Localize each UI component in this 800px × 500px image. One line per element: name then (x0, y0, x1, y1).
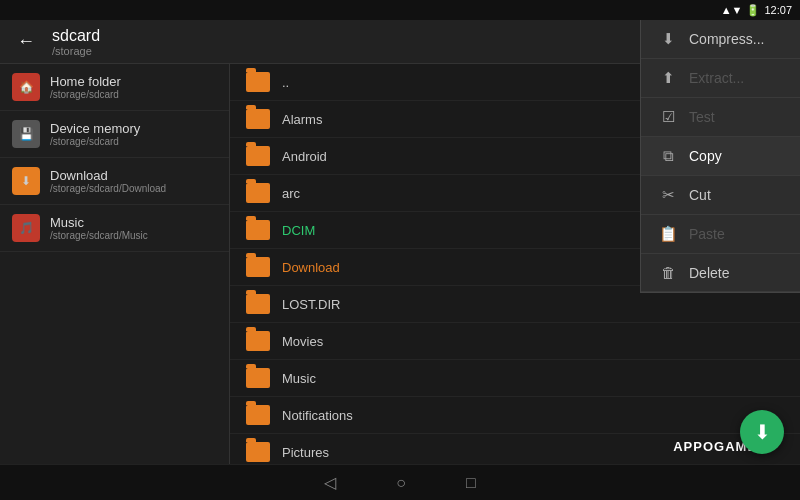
menu-item-paste: 📋 Paste (641, 215, 800, 254)
back-button[interactable]: ← (8, 24, 44, 60)
nav-bar: ◁ ○ □ (0, 464, 800, 500)
file-name-0: .. (282, 75, 289, 90)
sidebar-icon-3: 🎵 (12, 214, 40, 242)
sidebar-icon-0: 🏠 (12, 73, 40, 101)
file-item-9[interactable]: Notifications (230, 397, 800, 434)
nav-home-button[interactable]: ○ (396, 474, 406, 492)
menu-item-extract...: ⬆ Extract... (641, 59, 800, 98)
file-name-9: Notifications (282, 408, 353, 423)
folder-icon-10 (246, 442, 270, 462)
sidebar-text-0: Home folder /storage/sdcard (50, 74, 121, 100)
status-bar: ▲▼ 🔋 12:07 (0, 0, 800, 20)
menu-icon-4: ✂ (657, 186, 679, 204)
sidebar: 🏠 Home folder /storage/sdcard 💾 Device m… (0, 64, 230, 464)
menu-icon-1: ⬆ (657, 69, 679, 87)
menu-item-cut[interactable]: ✂ Cut (641, 176, 800, 215)
file-name-5: Download (282, 260, 340, 275)
title-area: sdcard /storage (52, 27, 692, 57)
battery-icon: 🔋 (746, 4, 760, 17)
folder-icon-8 (246, 368, 270, 388)
sidebar-icon-1: 💾 (12, 120, 40, 148)
folder-icon-6 (246, 294, 270, 314)
wifi-icon: ▲▼ (721, 4, 743, 16)
folder-icon-2 (246, 146, 270, 166)
folder-icon-0 (246, 72, 270, 92)
menu-item-copy[interactable]: ⧉ Copy (641, 137, 800, 176)
file-item-8[interactable]: Music (230, 360, 800, 397)
file-name-8: Music (282, 371, 316, 386)
folder-icon-9 (246, 405, 270, 425)
folder-icon-5 (246, 257, 270, 277)
menu-label-0: Compress... (689, 31, 764, 47)
menu-item-test: ☑ Test (641, 98, 800, 137)
file-name-3: arc (282, 186, 300, 201)
menu-item-delete[interactable]: 🗑 Delete (641, 254, 800, 292)
nav-back-button[interactable]: ◁ (324, 473, 336, 492)
menu-label-1: Extract... (689, 70, 744, 86)
sidebar-item-2[interactable]: ⬇ Download /storage/sdcard/Download (0, 158, 229, 205)
menu-icon-3: ⧉ (657, 147, 679, 165)
file-name-7: Movies (282, 334, 323, 349)
folder-icon-1 (246, 109, 270, 129)
menu-icon-0: ⬇ (657, 30, 679, 48)
file-item-10[interactable]: Pictures (230, 434, 800, 464)
sidebar-icon-2: ⬇ (12, 167, 40, 195)
menu-icon-5: 📋 (657, 225, 679, 243)
menu-label-6: Delete (689, 265, 729, 281)
menu-label-5: Paste (689, 226, 725, 242)
file-name-10: Pictures (282, 445, 329, 460)
back-icon: ← (17, 31, 35, 52)
status-icons: ▲▼ 🔋 12:07 (721, 4, 792, 17)
file-name-1: Alarms (282, 112, 322, 127)
file-name-2: Android (282, 149, 327, 164)
folder-icon-7 (246, 331, 270, 351)
sidebar-text-3: Music /storage/sdcard/Music (50, 215, 148, 241)
sidebar-text-1: Device memory /storage/sdcard (50, 121, 140, 147)
page-subtitle: /storage (52, 45, 692, 57)
folder-icon-4 (246, 220, 270, 240)
fab-icon: ⬇ (754, 420, 771, 444)
sidebar-item-0[interactable]: 🏠 Home folder /storage/sdcard (0, 64, 229, 111)
menu-label-2: Test (689, 109, 715, 125)
sidebar-text-2: Download /storage/sdcard/Download (50, 168, 166, 194)
menu-label-4: Cut (689, 187, 711, 203)
nav-recent-button[interactable]: □ (466, 474, 476, 492)
menu-icon-2: ☑ (657, 108, 679, 126)
context-menu: ⬇ Compress... ⬆ Extract... ☑ Test ⧉ Copy… (640, 20, 800, 293)
sidebar-item-1[interactable]: 💾 Device memory /storage/sdcard (0, 111, 229, 158)
page-title: sdcard (52, 27, 692, 45)
file-name-4: DCIM (282, 223, 315, 238)
menu-label-3: Copy (689, 148, 722, 164)
menu-item-compress...[interactable]: ⬇ Compress... (641, 20, 800, 59)
folder-icon-3 (246, 183, 270, 203)
sidebar-item-3[interactable]: 🎵 Music /storage/sdcard/Music (0, 205, 229, 252)
fab-download-button[interactable]: ⬇ (740, 410, 784, 454)
time: 12:07 (764, 4, 792, 16)
menu-icon-6: 🗑 (657, 264, 679, 281)
file-item-7[interactable]: Movies (230, 323, 800, 360)
file-name-6: LOST.DIR (282, 297, 341, 312)
